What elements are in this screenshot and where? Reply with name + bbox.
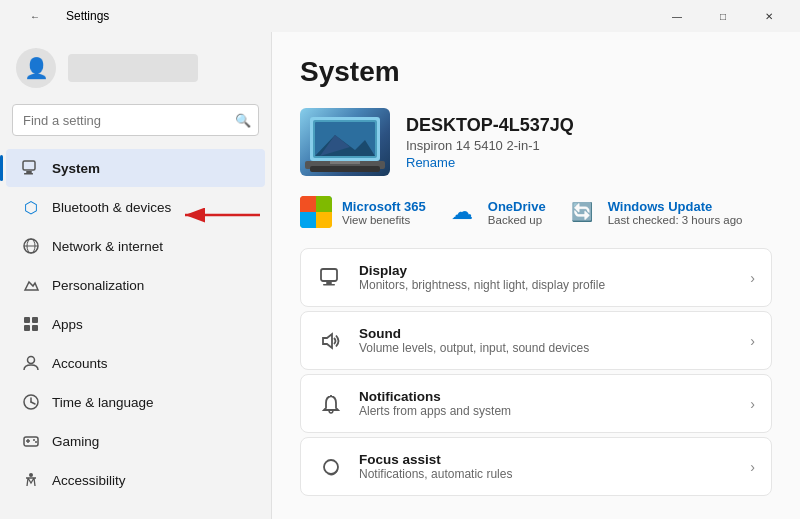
sidebar-item-accounts[interactable]: Accounts [6,344,265,382]
device-model: Inspiron 14 5410 2-in-1 [406,138,574,153]
user-icon: 👤 [24,56,49,80]
display-settings-icon [317,264,345,292]
ms365-text: Microsoft 365 View benefits [342,199,426,226]
network-icon [22,237,40,255]
sidebar-item-time[interactable]: Time & language [6,383,265,421]
svg-point-37 [324,460,338,474]
device-rename-link[interactable]: Rename [406,155,574,170]
maximize-button[interactable]: □ [700,0,746,32]
onedrive-text: OneDrive Backed up [488,199,546,226]
titlebar: ← Settings — □ ✕ [0,0,800,32]
focus-desc: Notifications, automatic rules [359,467,736,481]
chevron-right-icon: › [750,396,755,412]
sidebar-item-label: Network & internet [52,239,249,254]
winupdate-name: Windows Update [608,199,743,214]
device-card: DESKTOP-4L537JQ Inspiron 14 5410 2-in-1 … [300,108,772,176]
sidebar-item-system[interactable]: System [6,149,265,187]
display-desc: Monitors, brightness, night light, displ… [359,278,736,292]
settings-item-display[interactable]: DisplayMonitors, brightness, night light… [300,248,772,307]
sound-name: Sound [359,326,736,341]
apps-icon [22,315,40,333]
sidebar-item-label: Accounts [52,356,249,371]
svg-rect-10 [32,325,38,331]
display-name: Display [359,263,736,278]
search-box: 🔍 [12,104,259,136]
svg-line-14 [31,402,35,404]
notifications-desc: Alerts from apps and system [359,404,736,418]
onedrive-icon: ☁ [446,196,478,228]
sidebar-item-label: System [52,161,249,176]
page-title: System [300,56,772,88]
search-icon[interactable]: 🔍 [235,113,251,128]
svg-rect-31 [300,212,316,228]
service-winupdate[interactable]: 🔄 Windows Update Last checked: 3 hours a… [566,196,743,228]
device-name: DESKTOP-4L537JQ [406,115,574,136]
sidebar-item-label: Accessibility [52,473,249,488]
display-text: DisplayMonitors, brightness, night light… [359,263,736,292]
focus-name: Focus assist [359,452,736,467]
svg-rect-8 [32,317,38,323]
svg-rect-2 [24,173,33,175]
main-content: 👤 🔍 System⬡Bluetooth & devicesNetwork & … [0,32,800,519]
titlebar-title: Settings [66,9,109,23]
ms365-sub: View benefits [342,214,426,226]
ms365-logo [300,196,332,228]
focus-settings-icon [317,453,345,481]
ms365-name: Microsoft 365 [342,199,426,214]
titlebar-left: ← Settings [12,0,109,32]
accessibility-icon [22,471,40,489]
device-info: DESKTOP-4L537JQ Inspiron 14 5410 2-in-1 … [406,115,574,170]
right-panel: System DESKTOP-4L537JQ Ins [272,32,800,519]
sound-text: SoundVolume levels, output, input, sound… [359,326,736,355]
close-button[interactable]: ✕ [746,0,792,32]
chevron-right-icon: › [750,270,755,286]
notifications-name: Notifications [359,389,736,404]
focus-text: Focus assistNotifications, automatic rul… [359,452,736,481]
accounts-icon [22,354,40,372]
minimize-button[interactable]: — [654,0,700,32]
sound-settings-icon [317,327,345,355]
sidebar-item-apps[interactable]: Apps [6,305,265,343]
svg-point-18 [33,439,35,441]
service-onedrive[interactable]: ☁ OneDrive Backed up [446,196,546,228]
service-ms365[interactable]: Microsoft 365 View benefits [300,196,426,228]
time-icon [22,393,40,411]
svg-rect-28 [330,161,360,164]
svg-rect-32 [316,212,332,228]
winupdate-icon: 🔄 [566,196,598,228]
personalization-icon [22,276,40,294]
device-thumbnail [305,115,385,170]
settings-item-focus[interactable]: Focus assistNotifications, automatic rul… [300,437,772,496]
sound-desc: Volume levels, output, input, sound devi… [359,341,736,355]
svg-rect-1 [26,171,32,173]
svg-rect-7 [24,317,30,323]
notifications-text: NotificationsAlerts from apps and system [359,389,736,418]
sidebar-item-personalization[interactable]: Personalization [6,266,265,304]
svg-point-19 [35,441,37,443]
sidebar: 👤 🔍 System⬡Bluetooth & devicesNetwork & … [0,32,272,519]
svg-marker-36 [323,334,332,348]
sidebar-item-accessibility[interactable]: Accessibility [6,461,265,499]
sidebar-item-label: Apps [52,317,249,332]
sidebar-item-label: Time & language [52,395,249,410]
back-button[interactable]: ← [12,0,58,32]
titlebar-controls: — □ ✕ [654,0,792,32]
sidebar-item-gaming[interactable]: Gaming [6,422,265,460]
ms365-icon [300,196,332,228]
user-profile[interactable]: 👤 [0,40,271,104]
svg-rect-35 [323,284,335,286]
chevron-right-icon: › [750,333,755,349]
nav-list: System⬡Bluetooth & devicesNetwork & inte… [0,148,271,500]
svg-rect-33 [321,269,337,281]
sidebar-item-label: Gaming [52,434,249,449]
settings-item-sound[interactable]: SoundVolume levels, output, input, sound… [300,311,772,370]
winupdate-sub: Last checked: 3 hours ago [608,214,743,226]
system-icon [22,159,40,177]
sidebar-item-network[interactable]: Network & internet [6,227,265,265]
svg-rect-30 [316,196,332,212]
search-input[interactable] [12,104,259,136]
svg-rect-0 [23,161,35,170]
sidebar-item-bluetooth[interactable]: ⬡Bluetooth & devices [6,188,265,226]
gaming-icon [22,432,40,450]
settings-item-notifications[interactable]: NotificationsAlerts from apps and system… [300,374,772,433]
